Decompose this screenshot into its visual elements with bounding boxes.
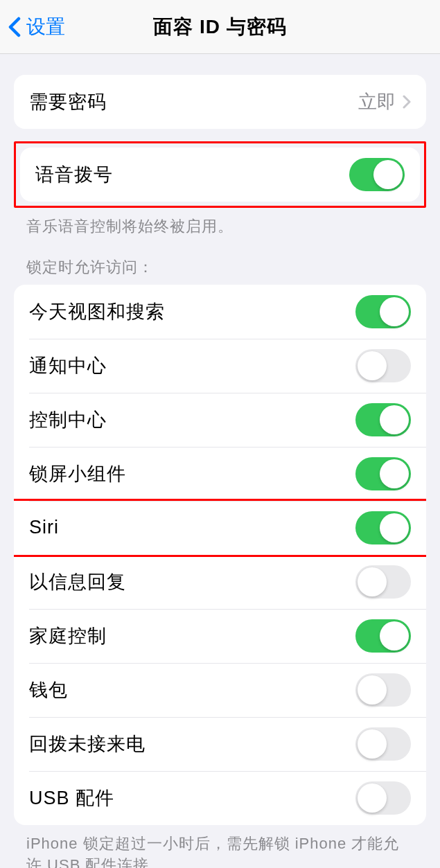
lock-access-toggle[interactable] (355, 781, 411, 815)
lock-access-row[interactable]: 以信息回复 (14, 555, 426, 609)
lock-access-toggle[interactable] (355, 457, 411, 490)
lock-access-footer: iPhone 锁定超过一小时后，需先解锁 iPhone 才能允许 USB 配件连… (0, 825, 440, 868)
back-button[interactable]: 设置 (0, 14, 65, 40)
lock-access-label: 家庭控制 (29, 623, 107, 648)
voice-dial-toggle[interactable] (349, 158, 405, 191)
toggle-knob (380, 405, 409, 434)
lock-access-toggle[interactable] (355, 565, 411, 599)
lock-access-toggle[interactable] (355, 619, 411, 653)
lock-access-row[interactable]: 控制中心 (14, 393, 426, 447)
require-passcode-group: 需要密码 立即 (14, 75, 426, 129)
lock-access-label: 以信息回复 (29, 569, 126, 594)
lock-access-label: 通知中心 (29, 353, 107, 378)
toggle-knob (358, 567, 387, 596)
voice-dial-highlight: 语音拨号 (14, 141, 426, 208)
lock-access-label: 控制中心 (29, 407, 107, 432)
require-passcode-detail: 立即 (358, 89, 411, 114)
require-passcode-row[interactable]: 需要密码 立即 (14, 75, 426, 129)
lock-access-label: 钱包 (29, 677, 68, 702)
toggle-knob (358, 783, 387, 813)
lock-access-row[interactable]: Siri (14, 501, 426, 555)
lock-access-row[interactable]: 通知中心 (14, 339, 426, 393)
toggle-knob (358, 729, 387, 759)
lock-access-group: 今天视图和搜索通知中心控制中心锁屏小组件Siri以信息回复家庭控制钱包回拨未接来… (14, 285, 426, 825)
lock-access-toggle[interactable] (355, 295, 411, 328)
lock-access-label: 今天视图和搜索 (29, 299, 165, 324)
lock-access-row[interactable]: 回拨未接来电 (14, 717, 426, 771)
voice-dial-footer: 音乐语音控制将始终被启用。 (0, 208, 440, 238)
toggle-knob (380, 459, 409, 488)
toggle-knob (358, 351, 387, 380)
lock-access-row[interactable]: 家庭控制 (14, 609, 426, 663)
lock-access-toggle[interactable] (355, 349, 411, 382)
chevron-right-icon (403, 95, 411, 109)
lock-access-toggle[interactable] (355, 727, 411, 761)
toggle-knob (358, 675, 387, 705)
lock-access-row[interactable]: USB 配件 (14, 771, 426, 825)
lock-access-header: 锁定时允许访问： (0, 238, 440, 285)
lock-access-label: Siri (29, 517, 59, 538)
lock-access-toggle[interactable] (355, 511, 411, 544)
require-passcode-value: 立即 (358, 89, 396, 114)
toggle-knob (380, 513, 409, 542)
voice-dial-label: 语音拨号 (35, 162, 113, 187)
voice-dial-group: 语音拨号 (20, 148, 420, 202)
page-title: 面容 ID 与密码 (153, 14, 287, 40)
toggle-knob (380, 297, 409, 326)
lock-access-label: 锁屏小组件 (29, 461, 126, 486)
require-passcode-label: 需要密码 (29, 89, 107, 114)
lock-access-label: USB 配件 (29, 786, 114, 811)
toggle-knob (380, 621, 409, 650)
chevron-left-icon (8, 17, 21, 37)
back-label: 设置 (26, 14, 65, 40)
lock-access-row[interactable]: 锁屏小组件 (14, 447, 426, 501)
lock-access-toggle[interactable] (355, 403, 411, 436)
toggle-knob (373, 160, 403, 189)
lock-access-row[interactable]: 钱包 (14, 663, 426, 717)
voice-dial-row[interactable]: 语音拨号 (20, 148, 420, 202)
lock-access-row[interactable]: 今天视图和搜索 (14, 285, 426, 339)
lock-access-toggle[interactable] (355, 673, 411, 707)
navigation-bar: 设置 面容 ID 与密码 (0, 0, 440, 54)
lock-access-label: 回拨未接来电 (29, 732, 146, 756)
